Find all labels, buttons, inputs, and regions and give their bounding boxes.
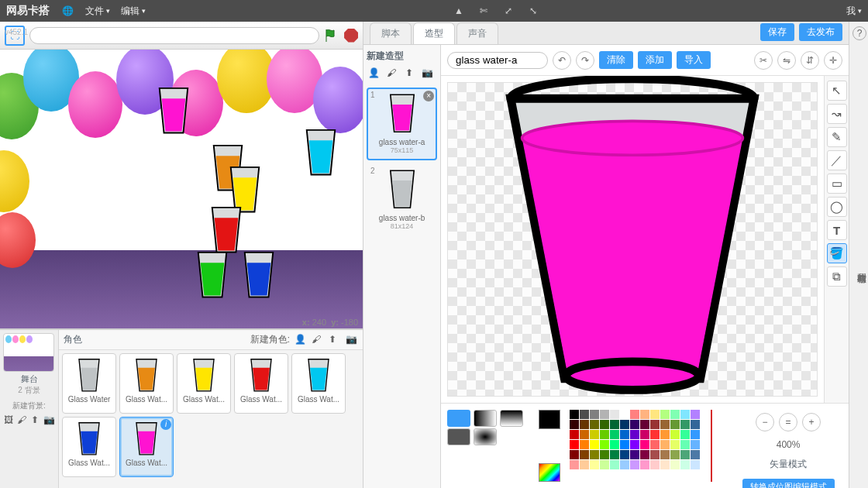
palette-swatch[interactable] — [680, 420, 690, 429]
palette-swatch[interactable] — [570, 410, 579, 419]
import-button[interactable]: 导入 — [677, 51, 711, 69]
tool-text-icon[interactable]: T — [827, 220, 847, 240]
scissors-icon[interactable]: ✄ — [477, 5, 491, 16]
convert-bitmap-button[interactable]: 转换成位图编辑模式 — [742, 479, 835, 488]
shrink-icon[interactable]: ⤡ — [526, 5, 540, 16]
palette-swatch[interactable] — [600, 420, 609, 429]
clear-button[interactable]: 清除 — [599, 51, 633, 69]
palette-swatch[interactable] — [600, 460, 609, 469]
palette-swatch[interactable] — [610, 440, 619, 449]
palette-swatch[interactable] — [640, 420, 649, 429]
green-flag-icon[interactable] — [324, 28, 339, 43]
palette-swatch[interactable] — [600, 410, 609, 419]
zoom-in-icon[interactable]: + — [802, 413, 821, 431]
palette-swatch[interactable] — [680, 460, 690, 469]
costume-upload-icon[interactable]: ⬆ — [402, 67, 416, 81]
palette-swatch[interactable] — [620, 460, 629, 469]
palette-swatch[interactable] — [691, 420, 700, 429]
palette-swatch[interactable] — [630, 420, 639, 429]
tab-sounds[interactable]: 声音 — [456, 22, 498, 44]
stage[interactable]: x: 240 y: -180 — [0, 50, 363, 328]
palette-swatch[interactable] — [650, 430, 660, 439]
add-button[interactable]: 添加 — [638, 51, 672, 69]
costume-name-input[interactable] — [447, 52, 548, 69]
palette-swatch[interactable] — [580, 430, 589, 439]
sprite-paint-icon[interactable]: 🖌 — [312, 334, 324, 346]
menu-file[interactable]: 文件▾ — [85, 5, 110, 18]
palette-swatch[interactable] — [590, 440, 599, 449]
publish-button[interactable]: 去发布 — [799, 23, 842, 41]
palette-swatch[interactable] — [580, 420, 589, 429]
palette-swatch[interactable] — [650, 420, 660, 429]
palette-swatch[interactable] — [660, 460, 670, 469]
sprite-item[interactable]: Glass Wat... — [291, 353, 346, 414]
stop-icon[interactable] — [344, 29, 358, 43]
palette-swatch[interactable] — [691, 410, 700, 419]
fill-solid-icon[interactable] — [447, 410, 470, 427]
costume-paint-icon[interactable]: 🖌 — [384, 67, 398, 81]
palette-swatch[interactable] — [660, 420, 670, 429]
flip-v-icon[interactable]: ⇵ — [801, 51, 819, 70]
palette-swatch[interactable] — [570, 440, 579, 449]
palette-swatch[interactable] — [630, 440, 639, 449]
palette-swatch[interactable] — [640, 440, 649, 449]
palette-swatch[interactable] — [600, 450, 609, 459]
palette-swatch[interactable] — [680, 440, 690, 449]
palette-swatch[interactable] — [610, 450, 619, 459]
palette-swatch[interactable] — [660, 430, 670, 439]
color-palette[interactable] — [570, 410, 700, 469]
palette-swatch[interactable] — [580, 450, 589, 459]
palette-swatch[interactable] — [590, 420, 599, 429]
stage-thumb[interactable] — [3, 333, 54, 372]
fill-vgrad-icon[interactable] — [500, 410, 523, 427]
menu-edit[interactable]: 编辑▾ — [121, 5, 146, 18]
palette-swatch[interactable] — [650, 460, 660, 469]
delete-costume-icon[interactable]: × — [423, 91, 434, 101]
palette-swatch[interactable] — [680, 430, 690, 439]
tool-select-icon[interactable]: ↖ — [827, 81, 847, 101]
palette-swatch[interactable] — [670, 430, 680, 439]
palette-swatch[interactable] — [620, 440, 629, 449]
fill-radial-icon[interactable] — [474, 428, 497, 445]
palette-swatch[interactable] — [570, 420, 579, 429]
palette-swatch[interactable] — [590, 450, 599, 459]
backdrop-camera-icon[interactable]: 📷 — [43, 414, 55, 427]
palette-swatch[interactable] — [670, 460, 680, 469]
sprite-item[interactable]: Glass Wat... — [62, 417, 116, 477]
palette-swatch[interactable] — [630, 450, 639, 459]
palette-swatch[interactable] — [640, 450, 649, 459]
sprite-item[interactable]: Glass Wat... — [234, 353, 288, 414]
save-button[interactable]: 保存 — [760, 23, 794, 41]
flip-h-icon[interactable]: ⇋ — [777, 51, 796, 70]
palette-swatch[interactable] — [670, 440, 680, 449]
tab-scripts[interactable]: 脚本 — [370, 22, 412, 44]
palette-swatch[interactable] — [660, 450, 670, 459]
palette-swatch[interactable] — [570, 430, 579, 439]
costume-library-icon[interactable]: 👤 — [367, 67, 381, 81]
sprite-item[interactable]: Glass Water — [62, 353, 116, 414]
palette-swatch[interactable] — [680, 450, 690, 459]
palette-swatch[interactable] — [600, 440, 609, 449]
tool-line-icon[interactable]: ／ — [827, 150, 847, 170]
stamp-icon[interactable]: ▲ — [452, 5, 466, 16]
palette-swatch[interactable] — [660, 440, 670, 449]
tool-fill-icon[interactable]: 🪣 — [827, 243, 847, 263]
backdrop-library-icon[interactable]: 🖼 — [3, 414, 13, 427]
costume-camera-icon[interactable]: 📷 — [420, 67, 434, 81]
palette-swatch[interactable] — [620, 450, 629, 459]
sprite-upload-icon[interactable]: ⬆ — [329, 334, 341, 346]
grow-icon[interactable]: ⤢ — [501, 5, 515, 16]
palette-swatch[interactable] — [590, 460, 599, 469]
palette-swatch[interactable] — [680, 410, 690, 419]
palette-swatch[interactable] — [610, 420, 619, 429]
palette-swatch[interactable] — [691, 430, 700, 439]
sprite-item[interactable]: Glass Wat... — [119, 417, 174, 477]
sprite-item[interactable]: Glass Wat... — [177, 353, 231, 414]
palette-swatch[interactable] — [620, 430, 629, 439]
palette-swatch[interactable] — [640, 430, 649, 439]
current-color[interactable] — [539, 410, 560, 429]
palette-swatch[interactable] — [610, 410, 619, 419]
zoom-out-icon[interactable]: − — [756, 413, 774, 431]
backdrop-upload-icon[interactable]: ⬆ — [30, 414, 40, 427]
palette-swatch[interactable] — [670, 420, 680, 429]
